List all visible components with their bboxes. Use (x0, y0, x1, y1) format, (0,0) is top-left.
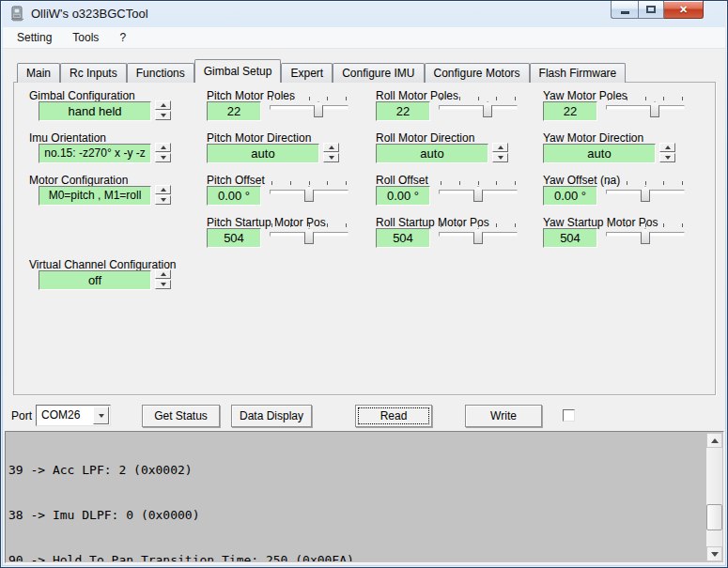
roll-startup-motor-pos-field[interactable]: 504 (376, 228, 430, 248)
yaw-startup-motor-pos-slider[interactable] (606, 223, 685, 248)
arrow-up-icon (161, 146, 166, 149)
roll-offset-field[interactable]: 0.00 ° (376, 186, 430, 206)
app-window: OlliW's o323BGCTool ✕ Setting Tools ? Ma… (0, 0, 728, 568)
scrollbar-thumb[interactable] (706, 504, 722, 530)
pitch-motor-poles-slider[interactable] (270, 97, 349, 121)
roll-startup-motor-pos-slider[interactable] (439, 223, 518, 248)
roll-motor-poles-field[interactable]: 22 (376, 101, 430, 121)
pitch-motor-direction-field[interactable]: auto (207, 144, 319, 163)
write-checkbox[interactable] (563, 409, 575, 422)
slider-thumb[interactable] (641, 186, 650, 202)
yaw-motor-poles-slider[interactable] (606, 97, 685, 121)
slider-thumb[interactable] (304, 186, 314, 202)
minimize-button[interactable] (611, 1, 638, 19)
slider-thumb[interactable] (314, 101, 323, 117)
tab-configure-motors[interactable]: Configure Motors (425, 63, 530, 83)
maximize-button[interactable] (638, 1, 664, 19)
spin-up-button[interactable] (492, 143, 508, 152)
port-label: Port (11, 409, 32, 422)
slider-thumb[interactable] (483, 101, 492, 117)
spin-up-button[interactable] (155, 269, 171, 279)
imu-orientation-field[interactable]: no.15: -z270° x -y -z (39, 144, 151, 163)
menu-help[interactable]: ? (109, 27, 136, 48)
roll-motor-direction-label: Roll Motor Direction (376, 131, 474, 145)
slider-track (606, 105, 685, 110)
tab-expert[interactable]: Expert (281, 63, 333, 83)
spin-up-button[interactable] (155, 185, 171, 194)
tab-gimbal-setup[interactable]: Gimbal Setup (194, 59, 282, 83)
port-combobox[interactable]: COM26 (36, 405, 111, 426)
yaw-startup-motor-pos-field[interactable]: 504 (543, 228, 597, 248)
yaw-offset-field[interactable]: 0.00 ° (543, 186, 597, 206)
roll-motor-direction-field[interactable]: auto (376, 144, 488, 163)
arrow-down-icon (711, 552, 719, 557)
slider-thumb[interactable] (473, 186, 483, 202)
tab-functions[interactable]: Functions (127, 63, 194, 83)
slider-thumb[interactable] (473, 228, 483, 244)
slider-thumb[interactable] (641, 228, 650, 244)
slider-track (270, 105, 349, 110)
data-display-button[interactable]: Data Display (231, 405, 312, 427)
roll-offset-slider[interactable] (439, 181, 518, 206)
slider-track (439, 105, 518, 110)
motor-configuration-spinner (155, 185, 171, 206)
arrow-up-icon (161, 103, 166, 107)
write-button[interactable]: Write (465, 405, 542, 427)
yaw-motor-direction-spinner (659, 143, 675, 163)
tab-rc-inputs[interactable]: Rc Inputs (60, 63, 127, 83)
menu-setting[interactable]: Setting (7, 27, 62, 48)
spin-up-button[interactable] (155, 143, 171, 152)
spin-down-button[interactable] (659, 153, 675, 162)
menu-tools[interactable]: Tools (62, 27, 109, 48)
close-icon: ✕ (679, 5, 688, 15)
roll-motor-poles-slider[interactable] (439, 97, 518, 121)
tab-configure-imu[interactable]: Configure IMU (333, 63, 424, 83)
arrow-down-icon (498, 156, 503, 160)
slider-ticks (608, 97, 683, 100)
close-button[interactable]: ✕ (664, 1, 704, 19)
title-bar[interactable]: OlliW's o323BGCTool ✕ (0, 0, 728, 27)
virtual-channel-configuration-spinner (155, 269, 171, 290)
spin-down-button[interactable] (323, 153, 339, 162)
port-value: COM26 (41, 408, 80, 422)
arrow-down-icon (329, 156, 334, 160)
slider-thumb[interactable] (650, 101, 659, 117)
scroll-up-button[interactable] (706, 433, 722, 448)
slider-thumb[interactable] (304, 228, 314, 244)
window-controls: ✕ (611, 1, 704, 19)
arrow-down-icon (665, 156, 671, 160)
spin-down-button[interactable] (155, 195, 171, 205)
yaw-offset-slider[interactable] (606, 181, 685, 206)
read-button[interactable]: Read (355, 405, 432, 427)
console-scrollbar[interactable] (706, 433, 722, 561)
arrow-down-icon (161, 283, 166, 286)
spin-down-button[interactable] (492, 153, 508, 162)
spin-up-button[interactable] (323, 143, 339, 152)
tab-main[interactable]: Main (17, 63, 60, 83)
virtual-channel-configuration-field[interactable]: off (39, 270, 151, 290)
pitch-motor-poles-field[interactable]: 22 (207, 101, 261, 121)
motor-configuration-field[interactable]: M0=pitch , M1=roll (39, 186, 151, 206)
pitch-offset-slider[interactable] (270, 181, 349, 206)
tab-flash-firmware[interactable]: Flash Firmware (530, 63, 627, 83)
spin-down-button[interactable] (155, 111, 171, 120)
spin-up-button[interactable] (155, 100, 171, 110)
window-title: OlliW's o323BGCTool (31, 7, 148, 21)
spin-down-button[interactable] (155, 280, 171, 289)
yaw-motor-direction-field[interactable]: auto (543, 144, 656, 163)
scroll-down-button[interactable] (706, 546, 722, 561)
yaw-motor-poles-field[interactable]: 22 (543, 101, 597, 121)
spin-down-button[interactable] (155, 153, 171, 162)
spin-up-button[interactable] (659, 143, 675, 152)
pitch-offset-field[interactable]: 0.00 ° (207, 186, 261, 206)
pitch-startup-motor-pos-field[interactable]: 504 (207, 228, 261, 248)
slider-ticks (608, 223, 683, 227)
gimbal-configuration-field[interactable]: hand held (39, 101, 151, 121)
arrow-up-icon (498, 146, 503, 149)
port-dropdown-button[interactable] (93, 407, 109, 424)
roll-motor-direction-spinner (492, 143, 508, 163)
get-status-button[interactable]: Get Status (142, 405, 220, 427)
pitch-motor-direction-spinner (323, 143, 339, 163)
pitch-startup-motor-pos-slider[interactable] (270, 223, 349, 248)
console-line: 38 -> Imu DLPF: 0 (0x0000) (8, 508, 705, 523)
